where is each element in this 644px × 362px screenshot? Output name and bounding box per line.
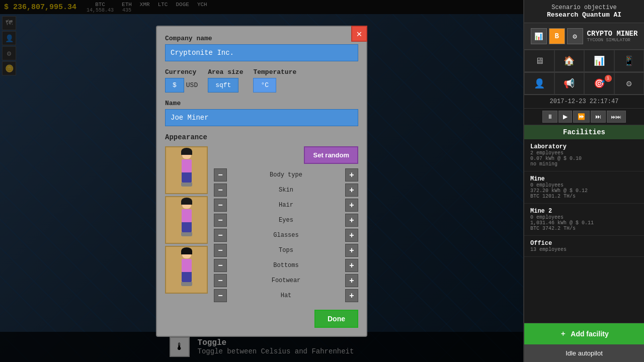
play-btn[interactable]: ▶ <box>558 111 572 123</box>
add-facility-label: Add facility <box>571 330 608 338</box>
modal-overlay: ✕ Company name Currency $ USD Area size … <box>0 0 523 362</box>
footwear-plus[interactable]: + <box>345 274 358 287</box>
body-type-minus[interactable]: − <box>214 168 227 182</box>
idle-btn-label: Idle autopilot <box>566 349 603 357</box>
add-facility-plus-icon: ＋ <box>559 329 567 338</box>
logo-title: CRYPTO MINER <box>587 30 638 38</box>
modal-close-button[interactable]: ✕ <box>351 26 367 42</box>
char-preview-1 <box>165 146 208 194</box>
char-hair-1 <box>181 148 192 155</box>
area-size-btn[interactable]: sqft <box>208 78 238 93</box>
footwear-minus[interactable]: − <box>214 274 227 287</box>
facility-office-name: Office <box>530 240 638 247</box>
scenario-header: Scenario objective Research Quantum AI <box>524 0 644 23</box>
skin-plus[interactable]: + <box>345 184 358 197</box>
tops-row: − Tops + <box>214 243 358 257</box>
megaphone-btn[interactable]: 📢 <box>554 72 585 95</box>
done-row: Done <box>214 306 358 328</box>
char-sprite-3 <box>174 249 199 290</box>
temp-label: Temperature <box>253 68 296 76</box>
facility-office[interactable]: Office 13 employees <box>524 236 644 257</box>
target-btn[interactable]: 🎯 1 <box>584 72 614 95</box>
settings-row: Currency $ USD Area size sqft Temperatur… <box>165 68 358 93</box>
bottom-sidebar-icons: 👤 📢 🎯 1 ⚙ <box>524 72 644 95</box>
skin-row: − Skin + <box>214 183 358 197</box>
datetime-display: 2017-12-23 22:17:47 <box>524 95 644 109</box>
temp-group: Temperature °C <box>253 68 296 93</box>
sidebar-bottom: ＋ Add facility Idle autopilot <box>524 323 644 362</box>
currency-group: Currency $ USD <box>165 68 198 93</box>
facility-laboratory-employees: 2 employees <box>530 150 638 156</box>
char-body-3 <box>182 259 192 272</box>
bottoms-plus[interactable]: + <box>345 259 358 272</box>
eyes-row: − Eyes + <box>214 213 358 227</box>
logo-b-icon: B <box>549 28 565 44</box>
appearance-section: Appearance <box>165 133 358 328</box>
bottoms-row: − Bottoms + <box>214 258 358 273</box>
phone-btn[interactable]: 📱 <box>614 50 645 72</box>
facility-office-employees: 13 employees <box>530 247 638 252</box>
facility-mine-kwh: 372.20 kWh @ $ 0.12 <box>530 188 638 194</box>
fast-btn[interactable]: ⏩ <box>573 111 590 123</box>
appearance-title: Appearance <box>165 133 358 141</box>
facility-mine-employees: 0 employees <box>530 183 638 188</box>
eyes-plus[interactable]: + <box>345 214 358 227</box>
facilities-list: Laboratory 2 employees 0.07 kWh @ $ 0.10… <box>524 139 644 323</box>
hair-plus[interactable]: + <box>345 199 358 212</box>
skin-label: Skin <box>230 187 342 194</box>
done-button[interactable]: Done <box>314 310 358 328</box>
temp-btn[interactable]: °C <box>253 78 276 93</box>
datetime-text: 2017-12-23 22:17:47 <box>550 98 619 105</box>
name-input[interactable] <box>165 109 358 126</box>
facility-mine-mining: BTC 1201.2 TH/s <box>530 194 638 199</box>
set-random-button[interactable]: Set random <box>304 146 358 164</box>
logo-icons: 📊 B ⚙ <box>531 28 583 44</box>
facility-laboratory[interactable]: Laboratory 2 employees 0.07 kWh @ $ 0.10… <box>524 139 644 171</box>
person-btn[interactable]: 👤 <box>524 72 554 95</box>
glasses-plus[interactable]: + <box>345 229 358 242</box>
facility-mine2[interactable]: Mine 2 0 employees 1,031.46 kWh @ $ 0.11… <box>524 204 644 236</box>
chart-btn[interactable]: 📊 <box>584 50 614 72</box>
top-sidebar-icons: 🖥 🏠 📊 📱 <box>524 50 644 72</box>
body-type-row: − Body type + <box>214 168 358 182</box>
home-btn[interactable]: 🏠 <box>554 50 585 72</box>
tops-minus[interactable]: − <box>214 244 227 257</box>
fastest-btn[interactable]: ⏭⏭ <box>607 111 626 123</box>
pause-btn[interactable]: ⏸ <box>542 111 557 123</box>
currency-symbol-btn[interactable]: $ <box>165 78 184 93</box>
footwear-label: Footwear <box>230 277 342 284</box>
add-facility-button[interactable]: ＋ Add facility <box>524 323 644 344</box>
facilities-title: Facilities <box>563 128 605 136</box>
hair-minus[interactable]: − <box>214 199 227 212</box>
facility-mine[interactable]: Mine 0 employees 372.20 kWh @ $ 0.12 BTC… <box>524 171 644 204</box>
body-type-plus[interactable]: + <box>345 168 358 182</box>
bottoms-label: Bottoms <box>230 262 342 269</box>
eyes-label: Eyes <box>230 217 342 224</box>
tops-label: Tops <box>230 247 342 254</box>
glasses-minus[interactable]: − <box>214 229 227 242</box>
tops-plus[interactable]: + <box>345 244 358 257</box>
character-previews <box>165 146 208 328</box>
char-preview-3 <box>165 246 208 294</box>
name-group: Name <box>165 100 358 126</box>
hat-minus[interactable]: − <box>214 289 227 302</box>
eyes-minus[interactable]: − <box>214 214 227 227</box>
body-type-label: Body type <box>230 171 342 178</box>
facility-laboratory-kwh: 0.07 kWh @ $ 0.10 <box>530 156 638 161</box>
faster-btn[interactable]: ⏭ <box>591 111 606 123</box>
facility-mine2-kwh: 1,031.46 kWh @ $ 0.11 <box>530 220 638 226</box>
monitor-btn[interactable]: 🖥 <box>524 50 554 72</box>
skin-minus[interactable]: − <box>214 184 227 197</box>
company-name-input[interactable] <box>165 44 358 61</box>
area-group: Area size sqft <box>208 68 243 93</box>
char-legs-1 <box>182 172 192 183</box>
currency-label: Currency <box>165 68 198 76</box>
idle-autopilot-button[interactable]: Idle autopilot <box>524 344 644 362</box>
char-legs-3 <box>182 272 192 282</box>
gear-btn[interactable]: ⚙ <box>614 72 645 95</box>
char-head-3 <box>182 249 191 258</box>
bottoms-minus[interactable]: − <box>214 259 227 272</box>
hat-plus[interactable]: + <box>345 289 358 302</box>
hair-row: − Hair + <box>214 198 358 212</box>
char-body-1 <box>182 159 192 172</box>
